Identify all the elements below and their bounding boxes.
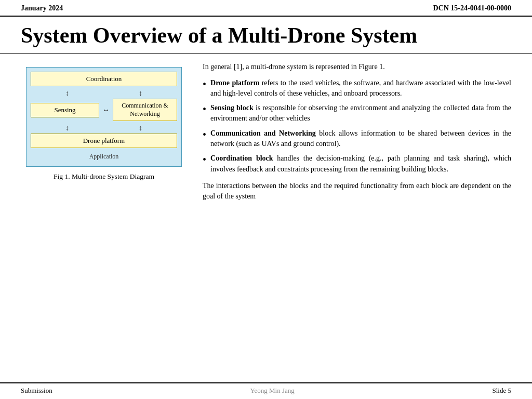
middle-row: Sensing ↔ Communication & Networking (31, 99, 177, 121)
bullet-dot: • (203, 128, 206, 141)
arrow-up-down-left: ↕ (65, 89, 69, 98)
content-area: Coordination ↕ ↕ Sensing ↔ Communication… (0, 54, 532, 382)
horiz-arrow: ↔ (102, 106, 110, 114)
footer-author: Yeong Min Jang (250, 387, 294, 395)
bullet-text-1: Drone platform refers to the used vehicl… (210, 78, 511, 99)
term-2: Sensing block (210, 104, 254, 112)
text-2: is responsible for observing the environ… (210, 104, 511, 122)
bullet-dot: • (203, 78, 206, 90)
page-title: System Overview of a Multi-Drone System (21, 23, 511, 48)
header-date: January 2024 (21, 4, 63, 12)
coordination-box: Coordination (31, 72, 177, 86)
conclusion-text: The interactions between the blocks and … (203, 181, 511, 202)
comm-box: Communication & Networking (113, 99, 177, 121)
footer: Submission Yeong Min Jang Slide 5 (0, 382, 532, 399)
bullet-text-2: Sensing block is responsible for observi… (210, 103, 511, 124)
page: January 2024 DCN 15-24-0041-00-0000 Syst… (0, 0, 532, 399)
arrow-up-down-right: ↕ (139, 89, 142, 98)
bullet-dot: • (203, 103, 206, 115)
list-item: • Sensing block is responsible for obser… (203, 103, 511, 124)
term-4: Coordination block (210, 154, 273, 162)
footer-slide: Slide 5 (493, 387, 511, 395)
bullet-dot: • (203, 153, 206, 166)
application-box: Application (31, 151, 177, 162)
term-1: Drone platform (210, 79, 259, 87)
right-column: In general [1], a multi-drone system is … (203, 62, 511, 377)
vert-arrows-top: ↕ ↕ (31, 89, 177, 98)
arrow-up-down-right2: ↕ (139, 124, 142, 132)
figure-caption: Fig 1. Multi-drone System Diagram (54, 172, 154, 182)
drone-platform-box: Drone platform (31, 134, 177, 148)
bullet-text-4: Coordination block handles the decision-… (210, 153, 511, 175)
sensing-box: Sensing (31, 103, 99, 117)
bullet-list: • Drone platform refers to the used vehi… (203, 78, 511, 175)
left-column: Coordination ↕ ↕ Sensing ↔ Communication… (21, 62, 187, 377)
list-item: • Communication and Networking block all… (203, 128, 511, 150)
header: January 2024 DCN 15-24-0041-00-0000 (0, 0, 532, 17)
bullet-text-3: Communication and Networking block allow… (210, 128, 511, 150)
title-section: System Overview of a Multi-Drone System (0, 17, 532, 54)
list-item: • Drone platform refers to the used vehi… (203, 78, 511, 99)
footer-submission: Submission (21, 387, 52, 395)
header-dcn: DCN 15-24-0041-00-0000 (433, 4, 511, 12)
term-3: Communication and Networking (210, 129, 316, 137)
list-item: • Coordination block handles the decisio… (203, 153, 511, 175)
intro-text: In general [1], a multi-drone system is … (203, 62, 511, 72)
diagram: Coordination ↕ ↕ Sensing ↔ Communication… (26, 67, 182, 167)
arrow-up-down-left2: ↕ (65, 124, 69, 132)
vert-arrows-bottom: ↕ ↕ (31, 124, 177, 132)
